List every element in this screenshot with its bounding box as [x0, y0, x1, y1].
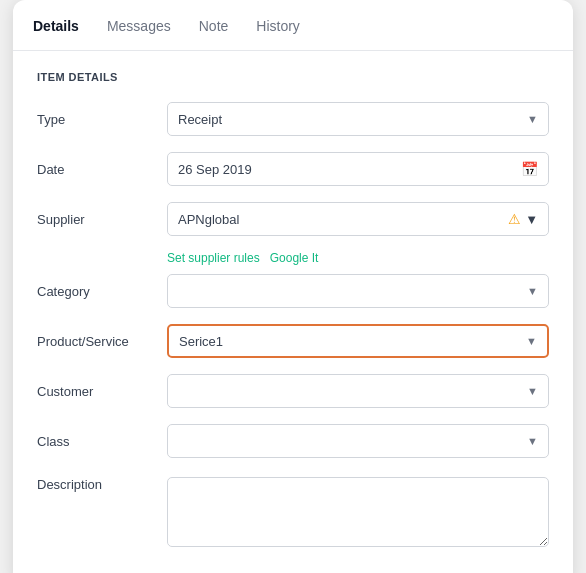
product-service-row: Product/Service Serice1 ▼	[37, 323, 549, 359]
customer-select[interactable]: ▼	[167, 374, 549, 408]
tab-details[interactable]: Details	[33, 0, 79, 50]
class-control: ▼	[167, 424, 549, 458]
description-label: Description	[37, 477, 167, 492]
product-service-control: Serice1 ▼	[167, 324, 549, 358]
supplier-links: Set supplier rules Google It	[37, 251, 549, 265]
description-row: Description	[37, 473, 549, 551]
type-label: Type	[37, 112, 167, 127]
class-chevron-icon: ▼	[527, 435, 538, 447]
class-row: Class ▼	[37, 423, 549, 459]
category-select[interactable]: ▼	[167, 274, 549, 308]
customer-control: ▼	[167, 374, 549, 408]
customer-chevron-icon: ▼	[527, 385, 538, 397]
description-control	[167, 477, 549, 551]
tab-messages[interactable]: Messages	[107, 0, 171, 50]
category-chevron-icon: ▼	[527, 285, 538, 297]
customer-row: Customer ▼	[37, 373, 549, 409]
category-row: Category ▼	[37, 273, 549, 309]
tab-bar: Details Messages Note History	[13, 0, 573, 51]
date-value: 26 Sep 2019	[178, 162, 252, 177]
tab-note[interactable]: Note	[199, 0, 229, 50]
date-label: Date	[37, 162, 167, 177]
supplier-label: Supplier	[37, 212, 167, 227]
product-service-value: Serice1	[179, 334, 223, 349]
date-control: 26 Sep 2019 📅	[167, 152, 549, 186]
type-chevron-icon: ▼	[527, 113, 538, 125]
class-label: Class	[37, 434, 167, 449]
supplier-icons: ⚠ ▼	[508, 211, 538, 227]
product-service-label: Product/Service	[37, 334, 167, 349]
google-it-link[interactable]: Google It	[270, 251, 319, 265]
description-textarea[interactable]	[167, 477, 549, 547]
calendar-icon: 📅	[521, 161, 538, 177]
section-title: ITEM DETAILS	[37, 71, 549, 83]
product-service-chevron-icon: ▼	[526, 335, 537, 347]
product-service-select[interactable]: Serice1 ▼	[167, 324, 549, 358]
date-input[interactable]: 26 Sep 2019 📅	[167, 152, 549, 186]
category-control: ▼	[167, 274, 549, 308]
set-supplier-rules-link[interactable]: Set supplier rules	[167, 251, 260, 265]
type-row: Type Receipt ▼	[37, 101, 549, 137]
type-control: Receipt ▼	[167, 102, 549, 136]
supplier-row: Supplier APNglobal ⚠ ▼	[37, 201, 549, 237]
category-label: Category	[37, 284, 167, 299]
supplier-chevron-icon: ▼	[525, 212, 538, 227]
supplier-input-row: APNglobal ⚠ ▼	[167, 202, 549, 236]
type-select[interactable]: Receipt ▼	[167, 102, 549, 136]
class-select[interactable]: ▼	[167, 424, 549, 458]
tab-history[interactable]: History	[256, 0, 300, 50]
supplier-value: APNglobal	[178, 212, 239, 227]
type-value: Receipt	[178, 112, 222, 127]
warning-icon: ⚠	[508, 211, 521, 227]
date-row: Date 26 Sep 2019 📅	[37, 151, 549, 187]
supplier-control: APNglobal ⚠ ▼	[167, 202, 549, 236]
customer-label: Customer	[37, 384, 167, 399]
main-card: Details Messages Note History ITEM DETAI…	[13, 0, 573, 573]
content-area: ITEM DETAILS Type Receipt ▼ Date 26 Sep …	[13, 51, 573, 573]
supplier-select[interactable]: APNglobal ⚠ ▼	[167, 202, 549, 236]
